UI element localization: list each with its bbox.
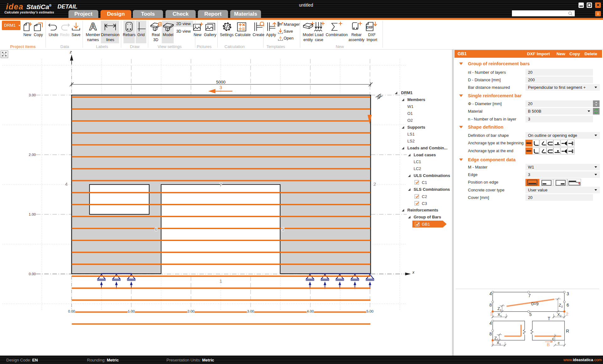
svg-text:6: 6 (567, 302, 569, 308)
svg-text:4: 4 (489, 291, 492, 296)
svg-text:1: 1 (220, 278, 222, 284)
svg-text:c: c (558, 340, 560, 345)
svg-text:3.00: 3.00 (29, 93, 36, 97)
svg-text:B: B (547, 342, 550, 347)
svg-text:5: 5 (529, 312, 532, 317)
svg-text:3.00: 3.00 (247, 309, 254, 313)
svg-text:1: 1 (490, 311, 492, 316)
svg-text:c: c (552, 336, 554, 341)
svg-text:5000: 5000 (216, 80, 225, 84)
svg-text:3: 3 (567, 291, 569, 296)
svg-text:0.00: 0.00 (68, 309, 75, 313)
svg-text:5: 5 (282, 227, 285, 232)
svg-text:2.00: 2.00 (187, 309, 194, 313)
svg-text:7: 7 (528, 293, 531, 298)
svg-text:8: 8 (489, 331, 492, 336)
svg-text:DXF: DXF (366, 25, 373, 29)
svg-text:x: x (412, 270, 415, 275)
svg-text:5.00: 5.00 (367, 309, 373, 313)
svg-text:T: T (548, 316, 551, 321)
svg-text:2.00: 2.00 (29, 153, 36, 157)
svg-text:4: 4 (489, 321, 492, 326)
svg-text:1: 1 (491, 340, 494, 345)
svg-text:R: R (566, 329, 569, 334)
svg-text:A: A (89, 21, 97, 32)
svg-text:4.00: 4.00 (307, 309, 314, 313)
svg-text:8: 8 (489, 302, 492, 308)
svg-text:0=9: 0=9 (531, 301, 539, 306)
svg-text:6: 6 (155, 227, 158, 232)
svg-text:X2: X2 (557, 312, 562, 318)
svg-text:z: z (69, 50, 72, 54)
svg-text:1.00: 1.00 (29, 212, 36, 216)
svg-text:X1: X1 (497, 340, 501, 346)
svg-text:1.00: 1.00 (128, 309, 135, 313)
svg-text:4: 4 (65, 181, 68, 187)
svg-text:7: 7 (220, 182, 222, 187)
svg-text:3: 3 (220, 85, 222, 90)
svg-text:Z2: Z2 (559, 303, 563, 308)
svg-text:2: 2 (373, 181, 376, 187)
svg-text:X1: X1 (497, 312, 502, 318)
svg-text:2: 2 (566, 312, 568, 317)
svg-text:0.00: 0.00 (29, 272, 36, 276)
